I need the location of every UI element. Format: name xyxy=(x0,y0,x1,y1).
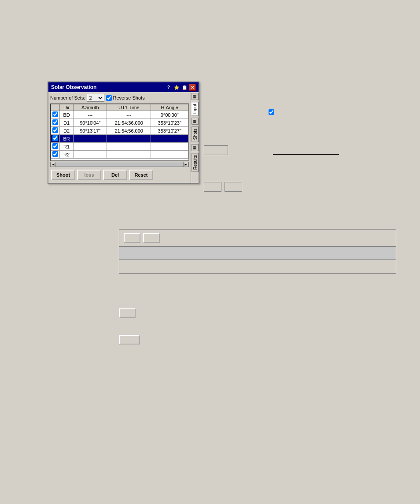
bottom-panel xyxy=(119,229,396,274)
row-ut1time-0: --- xyxy=(107,111,151,119)
bottom-panel-row1 xyxy=(119,230,396,247)
loss-button[interactable]: Ioss xyxy=(77,170,101,180)
del-button[interactable]: Del xyxy=(103,170,127,180)
input-tab-icon[interactable]: ▦ xyxy=(192,93,199,100)
row-hangle-0: 0°00'00" xyxy=(151,111,188,119)
sets-row: Number of Sets: 2 1 3 4 Reverse Shots xyxy=(50,94,189,102)
save-icon[interactable]: 📋 xyxy=(181,84,188,91)
row-dir-2: D2 xyxy=(60,127,74,135)
row-ut1time-2: 21:54:56.000 xyxy=(107,127,151,135)
reset-button[interactable]: Reset xyxy=(129,170,153,180)
scroll-right-arrow[interactable]: ► xyxy=(183,162,188,167)
table-row[interactable]: D2 90°13'17" 21:54:56.000 353°10'27" xyxy=(51,127,188,135)
standalone-button-1[interactable] xyxy=(204,182,221,192)
reverse-shots-label: Reverse Shots xyxy=(113,95,144,100)
standalone-checkbox-container xyxy=(269,109,274,116)
row-azimuth-5 xyxy=(74,151,107,159)
row-azimuth-4 xyxy=(74,143,107,151)
dialog-sidebar: ▦ Input ▦ Shots ▦ Results xyxy=(191,92,199,183)
row-hangle-3 xyxy=(151,135,188,143)
input-tab[interactable]: Input xyxy=(192,102,199,116)
standalone-button-2[interactable] xyxy=(225,182,242,192)
reverse-shots-checkbox[interactable] xyxy=(106,95,112,101)
close-button[interactable]: ✕ xyxy=(189,84,196,91)
table-row[interactable]: D1 90°10'04" 21:54:36.000 353°10'23" xyxy=(51,119,188,127)
row-checkbox-3[interactable] xyxy=(52,135,58,141)
col-header-ut1time: UT1 Time xyxy=(107,104,151,111)
standalone-checkbox[interactable] xyxy=(269,109,274,115)
bottom-panel-row2 xyxy=(119,247,396,260)
row-ut1time-3 xyxy=(107,135,151,143)
row-dir-5: R2 xyxy=(60,151,74,159)
standalone-input-box[interactable] xyxy=(204,145,228,155)
dialog-main: Number of Sets: 2 1 3 4 Reverse Shots xyxy=(48,92,191,183)
sets-select[interactable]: 2 1 3 4 xyxy=(87,94,104,102)
solo-button-2[interactable] xyxy=(119,335,140,345)
row-checkbox-4[interactable] xyxy=(52,143,58,149)
row-checkbox-2[interactable] xyxy=(52,127,58,133)
dialog-title: Solar Observation xyxy=(51,84,96,90)
shots-tab[interactable]: Shots xyxy=(192,126,199,142)
row-ut1time-1: 21:54:36.000 xyxy=(107,119,151,127)
row-hangle-5 xyxy=(151,151,188,159)
table-row[interactable]: R1 xyxy=(51,143,188,151)
dialog-content: Number of Sets: 2 1 3 4 Reverse Shots xyxy=(48,92,199,183)
table-scroll-container[interactable]: Dir Azimuth UT1 Time H.Angle BD --- --- xyxy=(50,104,189,161)
horizontal-scrollbar[interactable]: ◄ ► xyxy=(50,162,189,167)
row-hangle-1: 353°10'23" xyxy=(151,119,188,127)
row-checkbox-0[interactable] xyxy=(52,111,58,117)
row-dir-0: BD xyxy=(60,111,74,119)
row-checkbox-1[interactable] xyxy=(52,119,58,125)
bottom-panel-row3 xyxy=(119,260,396,273)
sets-label: Number of Sets: xyxy=(50,95,85,100)
titlebar-icons: ? ⭐ 📋 ✕ xyxy=(165,84,196,91)
row-ut1time-5 xyxy=(107,151,151,159)
observations-table: Dir Azimuth UT1 Time H.Angle BD --- --- xyxy=(51,104,188,159)
reverse-shots-container: Reverse Shots xyxy=(106,95,144,101)
table-row-selected[interactable]: BR xyxy=(51,135,188,143)
col-header-hangle: H.Angle xyxy=(151,104,188,111)
scroll-track[interactable] xyxy=(56,162,183,167)
solar-observation-dialog: Solar Observation ? ⭐ 📋 ✕ Number of Sets… xyxy=(48,82,199,184)
row-hangle-2: 353°10'27" xyxy=(151,127,188,135)
shots-tab-icon[interactable]: ▦ xyxy=(192,118,199,125)
titlebar-left: Solar Observation xyxy=(51,84,96,90)
col-header-azimuth: Azimuth xyxy=(74,104,107,111)
standalone-line xyxy=(273,154,339,155)
help-icon[interactable]: ? xyxy=(165,84,172,91)
bookmark-icon[interactable]: ⭐ xyxy=(173,84,180,91)
col-header-dir: Dir xyxy=(60,104,74,111)
shoot-button[interactable]: Shoot xyxy=(51,170,75,180)
table-row[interactable]: BD --- --- 0°00'00" xyxy=(51,111,188,119)
results-tab-icon[interactable]: ▦ xyxy=(192,144,199,151)
panel-button-right[interactable] xyxy=(143,233,160,243)
row-azimuth-2: 90°13'17" xyxy=(74,127,107,135)
table-row[interactable]: R2 xyxy=(51,151,188,159)
dialog-titlebar: Solar Observation ? ⭐ 📋 ✕ xyxy=(48,82,199,92)
scroll-left-arrow[interactable]: ◄ xyxy=(51,162,56,167)
row-azimuth-0: --- xyxy=(74,111,107,119)
row-azimuth-1: 90°10'04" xyxy=(74,119,107,127)
row-hangle-4 xyxy=(151,143,188,151)
row-dir-4: R1 xyxy=(60,143,74,151)
col-header-check xyxy=(51,104,60,111)
dialog-buttons-row: Shoot Ioss Del Reset xyxy=(50,169,189,181)
row-checkbox-5[interactable] xyxy=(52,151,58,157)
row-azimuth-3 xyxy=(74,135,107,143)
row-dir-3: BR xyxy=(60,135,74,143)
row-ut1time-4 xyxy=(107,143,151,151)
panel-button-left[interactable] xyxy=(124,233,140,243)
row-dir-1: D1 xyxy=(60,119,74,127)
solo-button-1[interactable] xyxy=(119,308,136,318)
results-tab[interactable]: Results xyxy=(192,153,199,172)
